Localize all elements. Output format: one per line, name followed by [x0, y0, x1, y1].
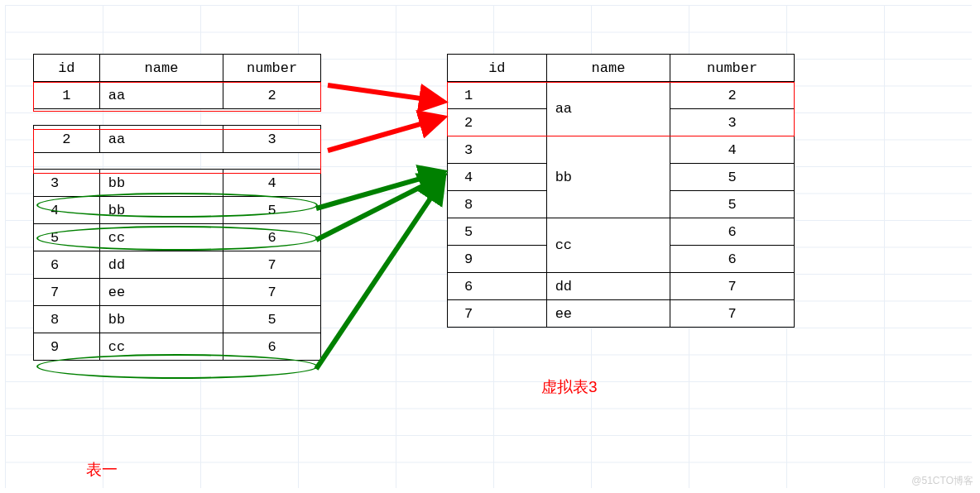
- table-one-label: 表一: [86, 459, 118, 481]
- col-id: id: [34, 55, 100, 82]
- table-row: 5cc6: [34, 224, 321, 251]
- table-header-row: id name number: [34, 55, 321, 82]
- col-name: name: [99, 55, 223, 82]
- col-number: number: [670, 55, 795, 82]
- col-number: number: [223, 55, 321, 82]
- table-row: 4bb5: [34, 197, 321, 224]
- table-one: id name number 1aa2 2aa3 3bb4 4bb5 5cc6 …: [33, 54, 321, 361]
- col-name: name: [546, 55, 670, 82]
- table-row: 6dd7: [448, 273, 795, 300]
- virtual-table-three: id name number 1aa2 23 3bb4 45 85 5cc6 9…: [447, 54, 795, 328]
- table-row: 6dd7: [34, 251, 321, 279]
- watermark: @51CTO博客: [911, 474, 973, 488]
- table-row: 1aa2: [448, 82, 795, 109]
- table-row: 7ee7: [448, 300, 795, 328]
- table-row: 5cc6: [448, 218, 795, 246]
- table-header-row: id name number: [448, 55, 795, 82]
- table-row: 1aa2: [34, 82, 321, 109]
- table-row: 8bb5: [34, 306, 321, 333]
- table-row: 2aa3: [34, 126, 321, 153]
- col-id: id: [448, 55, 547, 82]
- table-row: 3bb4: [34, 170, 321, 197]
- table-row: 9cc6: [34, 333, 321, 361]
- table-row: 3bb4: [448, 136, 795, 164]
- table-row: 7ee7: [34, 279, 321, 306]
- virtual-table-three-label: 虚拟表3: [541, 376, 598, 398]
